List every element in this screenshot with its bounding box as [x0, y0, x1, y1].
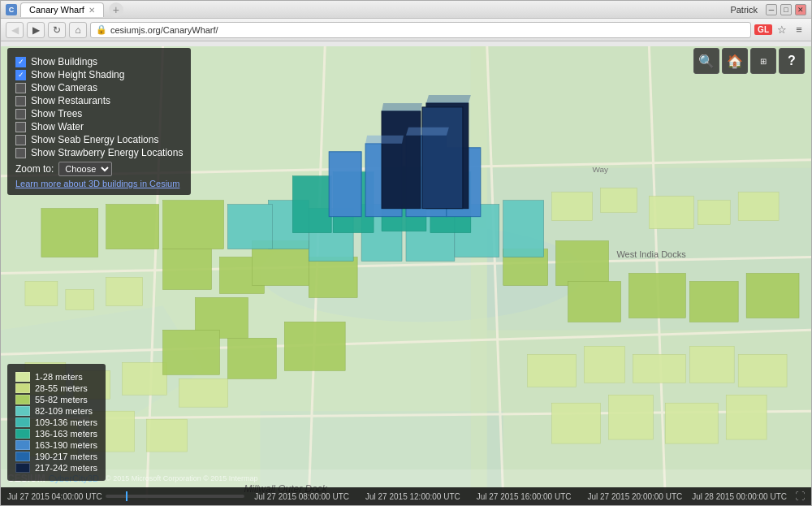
checkbox-seab_energy[interactable] [15, 135, 26, 145]
panel-item-strawberry_energy[interactable]: Show Strawberry Energy Locations [15, 147, 183, 158]
svg-rect-37 [665, 403, 718, 443]
checkbox-height_shading[interactable] [15, 70, 26, 80]
timeline-slider[interactable] [106, 495, 245, 498]
learn-link[interactable]: Learn more about 3D buildings in Cesium [15, 179, 183, 188]
checkbox-buildings[interactable] [15, 57, 26, 67]
back-button[interactable]: ◀ [6, 22, 24, 38]
svg-rect-25 [633, 354, 685, 383]
checkbox-cameras[interactable] [15, 83, 26, 93]
svg-marker-77 [406, 128, 449, 136]
new-tab-button[interactable]: + [109, 2, 123, 17]
maximize-button[interactable]: □ [780, 4, 792, 15]
label-height_shading: Show Height Shading [31, 69, 124, 80]
svg-rect-53 [628, 274, 685, 318]
label-restaurants: Show Restaurants [31, 95, 110, 106]
svg-rect-30 [123, 362, 167, 395]
svg-rect-19 [601, 188, 637, 213]
title-bar-right: Patrick ─ □ ✕ [730, 4, 806, 15]
svg-rect-66 [292, 176, 331, 233]
copyright-text: © 2015 Microsoft Corporation © 2015 Inte… [106, 474, 257, 482]
label-cameras: Show Cameras [31, 82, 97, 93]
svg-rect-39 [163, 249, 212, 290]
title-bar: C Canary Wharf ✕ + Patrick ─ □ ✕ [1, 1, 811, 19]
svg-rect-62 [503, 201, 544, 257]
svg-rect-17 [106, 277, 143, 305]
legend-range-label: 109-136 meters [35, 417, 97, 427]
legend-color-swatch [15, 395, 30, 404]
checkbox-water[interactable] [15, 122, 26, 132]
checkbox-restaurants[interactable] [15, 96, 26, 106]
zoom-select[interactable]: Choose [58, 162, 112, 176]
panel-item-trees[interactable]: Show Trees [15, 108, 183, 119]
legend-item: 28-55 meters [15, 383, 97, 393]
svg-rect-18 [552, 192, 593, 221]
legend-item: 217-242 meters [15, 463, 97, 473]
layers-icon: ⊞ [760, 57, 767, 66]
panel-items: Show BuildingsShow Height ShadingShow Ca… [15, 56, 183, 158]
legend-panel: 1-28 meters28-55 meters55-82 meters82-10… [7, 364, 106, 481]
svg-rect-49 [41, 209, 98, 257]
svg-rect-47 [227, 338, 276, 378]
panel-item-seab_energy[interactable]: Show Seab Energy Locations [15, 134, 183, 145]
url-bar[interactable]: 🔒 cesiumjs.org/CanaryWharf/ [90, 22, 751, 38]
legend-color-swatch [15, 463, 30, 473]
checkbox-trees[interactable] [15, 109, 26, 119]
svg-rect-48 [284, 322, 345, 370]
svg-rect-27 [738, 354, 787, 387]
home-control-button[interactable]: 🏠 [722, 48, 748, 74]
svg-rect-70 [329, 152, 361, 217]
search-icon: 🔍 [698, 54, 715, 69]
panel-item-restaurants[interactable]: Show Restaurants [15, 95, 183, 106]
brand-bar: CESIUM CyberCity3D © 2015 Microsoft Corp… [1, 469, 811, 487]
timeline-thumb[interactable] [126, 491, 127, 501]
tab-close-button[interactable]: ✕ [89, 6, 95, 15]
legend-item: 163-190 meters [15, 440, 97, 450]
panel-item-buildings[interactable]: Show Buildings [15, 56, 183, 67]
reload-button[interactable]: ↻ [48, 22, 66, 38]
panel-item-water[interactable]: Show Water [15, 121, 183, 132]
legend-range-label: 82-109 meters [35, 406, 93, 416]
left-panel: Show BuildingsShow Height ShadingShow Ca… [7, 48, 191, 195]
legend-items: 1-28 meters28-55 meters55-82 meters82-10… [15, 372, 97, 473]
checkbox-strawberry_energy[interactable] [15, 148, 26, 158]
help-icon: ? [788, 54, 796, 68]
svg-rect-45 [556, 241, 609, 286]
legend-item: 109-136 meters [15, 417, 97, 427]
home-button[interactable]: ⌂ [69, 22, 87, 38]
layers-control-button[interactable]: ⊞ [750, 48, 776, 74]
home-icon: 🏠 [727, 54, 743, 69]
legend-range-label: 190-217 meters [35, 452, 97, 461]
label-strawberry_energy: Show Strawberry Energy Locations [31, 147, 183, 158]
svg-rect-22 [738, 192, 779, 221]
help-control-button[interactable]: ? [779, 48, 805, 74]
forward-button[interactable]: ▶ [27, 22, 45, 38]
timeline-mid2: Jul 27 2015 12:00:00 UTC [365, 492, 460, 501]
minimize-button[interactable]: ─ [766, 4, 777, 15]
svg-rect-46 [163, 330, 220, 374]
menu-icon[interactable]: ≡ [792, 23, 806, 37]
legend-color-swatch [15, 372, 30, 382]
search-control-button[interactable]: 🔍 [693, 48, 719, 74]
timeline-mid4: Jul 27 2015 20:00:00 UTC [588, 492, 683, 501]
legend-color-swatch [15, 406, 30, 416]
user-name: Patrick [730, 5, 758, 15]
svg-rect-16 [66, 289, 94, 309]
zoom-label: Zoom to: [15, 163, 54, 175]
svg-rect-20 [649, 197, 693, 229]
active-tab[interactable]: Canary Wharf ✕ [20, 2, 104, 17]
title-bar-left: C Canary Wharf ✕ + [6, 2, 730, 17]
svg-rect-26 [689, 346, 734, 383]
svg-text:Way: Way [593, 165, 609, 174]
bookmark-icon[interactable]: ☆ [775, 23, 789, 37]
legend-color-swatch [15, 383, 30, 393]
legend-range-label: 28-55 meters [35, 383, 88, 393]
browser-window: C Canary Wharf ✕ + Patrick ─ □ ✕ ◀ ▶ ↻ ⌂… [0, 0, 812, 506]
legend-color-swatch [15, 452, 30, 461]
panel-item-height_shading[interactable]: Show Height Shading [15, 69, 183, 80]
close-button[interactable]: ✕ [795, 4, 806, 15]
svg-rect-71 [382, 111, 421, 209]
panel-item-cameras[interactable]: Show Cameras [15, 82, 183, 93]
fullscreen-icon[interactable]: ⛶ [795, 491, 805, 502]
url-text: cesiumjs.org/CanaryWharf/ [110, 25, 218, 35]
svg-marker-74 [382, 103, 422, 111]
